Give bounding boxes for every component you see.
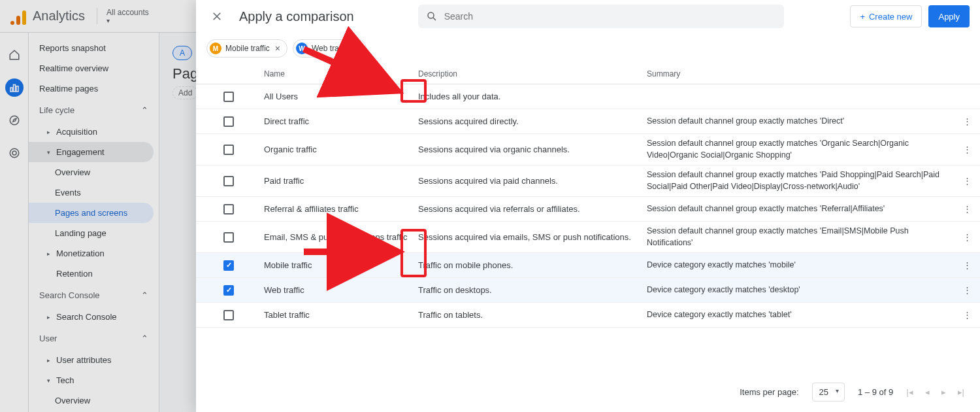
table-row[interactable]: Direct traffic Sessions acquired directl… bbox=[196, 109, 980, 134]
rail-advertising-icon[interactable] bbox=[5, 144, 24, 162]
row-description: Traffic on desktops. bbox=[418, 285, 647, 295]
account-label: All accounts bbox=[106, 8, 149, 17]
row-description: Sessions acquired via organic channels. bbox=[418, 145, 647, 154]
row-name: Direct traffic bbox=[261, 116, 418, 126]
search-icon bbox=[426, 10, 438, 22]
svg-rect-2 bbox=[13, 85, 15, 92]
annotation-arrow-1 bbox=[301, 46, 405, 107]
rail-reports-icon[interactable] bbox=[5, 78, 24, 97]
search-field[interactable] bbox=[418, 5, 784, 28]
create-new-button[interactable]: + Create new bbox=[850, 5, 922, 27]
sidebar-leaf[interactable]: Overview bbox=[29, 390, 159, 411]
ga-logo: Analytics bbox=[10, 8, 85, 25]
sidebar-item-search-console[interactable]: ▸Search Console bbox=[29, 307, 159, 327]
sidebar-item[interactable]: Realtime overview bbox=[29, 58, 159, 78]
chip-remove-icon[interactable]: × bbox=[274, 43, 282, 54]
row-description: Traffic on mobile phones. bbox=[418, 260, 647, 270]
sidebar-item-retention[interactable]: Retention bbox=[29, 264, 159, 284]
row-checkbox[interactable] bbox=[223, 310, 234, 320]
sidebar-leaf[interactable]: Events bbox=[29, 182, 159, 203]
row-menu-icon[interactable]: ⋮ bbox=[954, 116, 980, 126]
row-checkbox[interactable] bbox=[223, 92, 234, 102]
row-checkbox[interactable] bbox=[223, 204, 234, 215]
page-first-icon[interactable]: |◂ bbox=[906, 387, 913, 397]
sidebar-item-engagement[interactable]: ▾Engagement bbox=[29, 142, 154, 162]
sidebar-section[interactable]: Search Console⌃ bbox=[29, 284, 159, 307]
col-header-desc: Description bbox=[418, 69, 647, 78]
row-description: Sessions acquired via paid channels. bbox=[418, 176, 647, 186]
sidebar-item[interactable]: Realtime pages bbox=[29, 78, 159, 99]
sidebar-leaf[interactable]: Overview bbox=[29, 162, 159, 182]
row-name: Tablet traffic bbox=[261, 310, 418, 320]
row-checkbox[interactable] bbox=[223, 116, 234, 127]
page-next-icon[interactable]: ▸ bbox=[941, 387, 946, 397]
rail-home-icon[interactable] bbox=[5, 46, 24, 64]
add-chip[interactable]: Add bbox=[172, 86, 198, 99]
row-menu-icon[interactable]: ⋮ bbox=[954, 232, 980, 242]
sidebar-item-monetization[interactable]: ▸Monetization bbox=[29, 243, 159, 264]
row-menu-icon[interactable]: ⋮ bbox=[954, 145, 980, 154]
row-checkbox[interactable] bbox=[223, 285, 234, 296]
svg-rect-1 bbox=[10, 88, 12, 92]
row-menu-icon[interactable]: ⋮ bbox=[954, 204, 980, 214]
apply-button[interactable]: Apply bbox=[928, 5, 970, 27]
row-description: Sessions acquired via referrals or affil… bbox=[418, 204, 647, 214]
page-prev-icon[interactable]: ◂ bbox=[925, 387, 930, 397]
row-checkbox[interactable] bbox=[223, 176, 234, 186]
sidebar: Reports snapshot Realtime overview Realt… bbox=[29, 33, 159, 412]
sidebar-section[interactable]: User⌃ bbox=[29, 327, 159, 350]
chevron-up-icon: ⌃ bbox=[141, 290, 148, 300]
row-summary: Device category exactly matches 'mobile' bbox=[647, 256, 954, 275]
row-summary: Session default channel group exactly ma… bbox=[647, 112, 954, 131]
filter-chip[interactable]: MMobile traffic× bbox=[206, 39, 287, 58]
sidebar-item-tech[interactable]: ▾Tech bbox=[29, 370, 159, 390]
row-checkbox[interactable] bbox=[223, 145, 234, 155]
row-name: Paid traffic bbox=[261, 176, 418, 186]
chevron-up-icon: ⌃ bbox=[141, 334, 148, 343]
svg-rect-3 bbox=[16, 86, 18, 92]
row-summary: Device category exactly matches 'desktop… bbox=[647, 281, 954, 300]
svg-point-6 bbox=[12, 151, 16, 155]
table-row[interactable]: Web traffic Traffic on desktops. Device … bbox=[196, 278, 980, 303]
svg-point-4 bbox=[10, 116, 19, 125]
sidebar-leaf[interactable]: Landing page bbox=[29, 223, 159, 243]
table-row[interactable]: Organic traffic Sessions acquired via or… bbox=[196, 134, 980, 165]
row-menu-icon[interactable]: ⋮ bbox=[954, 310, 980, 320]
chevron-up-icon: ⌃ bbox=[141, 105, 148, 115]
sidebar-item[interactable]: Reports snapshot bbox=[29, 38, 159, 58]
row-menu-icon[interactable]: ⋮ bbox=[954, 260, 980, 270]
modal-title: Apply a comparison bbox=[239, 9, 354, 24]
sidebar-item-user-attr[interactable]: ▸User attributes bbox=[29, 350, 159, 370]
close-button[interactable] bbox=[206, 6, 227, 27]
row-description: Traffic on tablets. bbox=[418, 310, 647, 320]
sidebar-section[interactable]: Life cycle⌃ bbox=[29, 99, 159, 122]
row-description: Sessions acquired via emails, SMS or pus… bbox=[418, 232, 647, 242]
row-description: Sessions acquired directly. bbox=[418, 116, 647, 126]
chip-avatar: M bbox=[210, 43, 221, 54]
items-per-page-select[interactable]: 25 bbox=[812, 383, 845, 402]
row-menu-icon[interactable]: ⋮ bbox=[954, 285, 980, 295]
row-description: Includes all your data. bbox=[418, 92, 647, 101]
row-name: Web traffic bbox=[261, 285, 418, 295]
page-last-icon[interactable]: ▸| bbox=[958, 387, 964, 397]
row-menu-icon[interactable]: ⋮ bbox=[954, 176, 980, 186]
row-checkbox[interactable] bbox=[223, 260, 234, 271]
page-range: 1 – 9 of 9 bbox=[858, 387, 893, 397]
svg-point-5 bbox=[10, 148, 19, 158]
col-header-sum: Summary bbox=[647, 69, 954, 78]
annotation-arrow-2 bbox=[301, 235, 405, 271]
row-summary: Session default channel group exactly ma… bbox=[647, 165, 954, 196]
search-input[interactable] bbox=[444, 11, 776, 22]
table-row[interactable]: Referral & affiliates traffic Sessions a… bbox=[196, 197, 980, 222]
comparison-pill[interactable]: A bbox=[172, 46, 192, 60]
ipp-label: Items per page: bbox=[740, 387, 798, 397]
table-row[interactable]: Tablet traffic Traffic on tablets. Devic… bbox=[196, 303, 980, 328]
table-row[interactable]: Paid traffic Sessions acquired via paid … bbox=[196, 165, 980, 197]
plus-icon: + bbox=[860, 12, 865, 22]
sidebar-leaf-pages-screens[interactable]: Pages and screens bbox=[29, 203, 154, 223]
sidebar-item-acquisition[interactable]: ▸Acquisition bbox=[29, 122, 159, 142]
row-checkbox[interactable] bbox=[223, 232, 234, 243]
nav-rail bbox=[0, 33, 29, 412]
account-selector[interactable]: All accounts ▾ bbox=[97, 8, 149, 24]
rail-explore-icon[interactable] bbox=[5, 111, 24, 129]
